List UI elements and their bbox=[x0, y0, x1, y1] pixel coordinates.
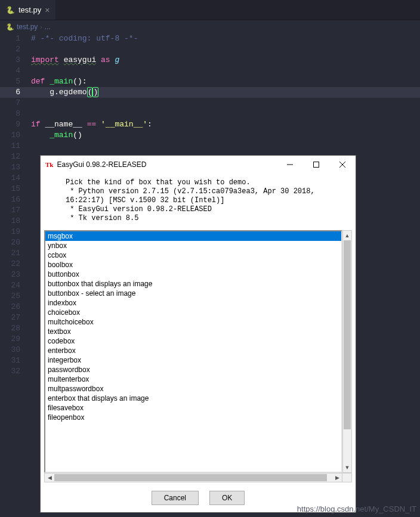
code-line[interactable]: 11 bbox=[0, 141, 420, 151]
dialog-title: EasyGui 0.98.2-RELEASED bbox=[57, 160, 277, 169]
list-item[interactable]: filesavebox bbox=[45, 403, 341, 413]
scroll-right-icon[interactable]: ▶ bbox=[332, 475, 342, 481]
line-number: 12 bbox=[0, 151, 31, 162]
code-line[interactable]: 6 g.egdemo() bbox=[0, 87, 420, 98]
ok-button[interactable]: OK bbox=[209, 491, 245, 505]
line-number: 32 bbox=[0, 366, 31, 377]
code-line[interactable]: 7 bbox=[0, 98, 420, 109]
watermark: https://blog.csdn.net/My_CSDN_IT bbox=[297, 504, 416, 513]
scroll-down-icon[interactable]: ▼ bbox=[343, 463, 351, 472]
line-number: 26 bbox=[0, 302, 31, 312]
line-number: 28 bbox=[0, 323, 31, 334]
tab-filename: test.py bbox=[18, 5, 41, 14]
dialog-titlebar[interactable]: Tk EasyGui 0.98.2-RELEASED bbox=[41, 156, 356, 174]
line-number: 10 bbox=[0, 130, 31, 141]
list-item[interactable]: multpasswordbox bbox=[45, 384, 341, 394]
line-number: 19 bbox=[0, 227, 31, 237]
choice-listbox[interactable]: msgboxynboxccboxboolboxbuttonboxbuttonbo… bbox=[44, 230, 342, 473]
line-number: 14 bbox=[0, 173, 31, 184]
scroll-left-icon[interactable]: ◀ bbox=[45, 475, 54, 481]
code-line[interactable]: 10 _main() bbox=[0, 130, 420, 141]
line-number: 29 bbox=[0, 334, 31, 345]
code-line[interactable]: 9if __name__ == '__main__': bbox=[0, 119, 420, 130]
list-item[interactable]: integerbox bbox=[45, 355, 341, 365]
code-line[interactable]: 5def _main(): bbox=[0, 76, 420, 87]
list-item[interactable]: fileopenbox bbox=[45, 413, 341, 422]
line-number: 11 bbox=[0, 141, 31, 151]
line-number: 9 bbox=[0, 119, 31, 130]
list-item[interactable]: ynbox bbox=[45, 241, 341, 250]
list-item[interactable]: passwordbox bbox=[45, 365, 341, 374]
easygui-dialog: Tk EasyGui 0.98.2-RELEASED Pick the kind… bbox=[40, 155, 356, 513]
code-line[interactable]: 3import easygui as g bbox=[0, 55, 420, 66]
list-item[interactable]: enterbox bbox=[45, 346, 341, 355]
minimize-button[interactable] bbox=[277, 156, 303, 174]
line-number: 16 bbox=[0, 194, 31, 205]
line-number: 22 bbox=[0, 259, 31, 270]
tab-bar: 🐍 test.py × bbox=[0, 0, 420, 20]
breadcrumb-more[interactable]: ... bbox=[45, 23, 51, 31]
code-line[interactable]: 2 bbox=[0, 44, 420, 55]
scroll-up-icon[interactable]: ▲ bbox=[343, 231, 351, 240]
list-item[interactable]: ccbox bbox=[45, 250, 341, 260]
line-number: 27 bbox=[0, 312, 31, 323]
line-number: 24 bbox=[0, 280, 31, 291]
python-icon: 🐍 bbox=[6, 23, 14, 31]
python-icon: 🐍 bbox=[6, 6, 15, 14]
line-number: 2 bbox=[0, 44, 31, 55]
code-line[interactable]: 8 bbox=[0, 109, 420, 119]
line-number: 7 bbox=[0, 98, 31, 109]
scroll-thumb[interactable] bbox=[344, 240, 351, 429]
list-item[interactable]: buttonbox that displays an image bbox=[45, 279, 341, 289]
line-number: 5 bbox=[0, 76, 31, 87]
list-item[interactable]: buttonbox - select an image bbox=[45, 289, 341, 298]
list-item[interactable]: choicebox bbox=[45, 308, 341, 317]
list-item[interactable]: msgbox bbox=[45, 231, 341, 241]
line-number: 21 bbox=[0, 248, 31, 259]
list-item[interactable]: enterbox that displays an image bbox=[45, 394, 341, 403]
line-number: 31 bbox=[0, 355, 31, 366]
line-number: 4 bbox=[0, 66, 31, 76]
line-number: 25 bbox=[0, 291, 31, 302]
hscroll-thumb[interactable] bbox=[54, 474, 327, 481]
line-number: 6 bbox=[0, 87, 31, 98]
chevron-right-icon: › bbox=[40, 24, 42, 30]
list-item[interactable]: indexbox bbox=[45, 298, 341, 308]
line-number: 15 bbox=[0, 184, 31, 194]
list-item[interactable]: textbox bbox=[45, 327, 341, 336]
maximize-button[interactable] bbox=[303, 156, 329, 174]
line-number: 18 bbox=[0, 216, 31, 227]
list-item[interactable]: codebox bbox=[45, 336, 341, 346]
code-line[interactable]: 4 bbox=[0, 66, 420, 76]
horizontal-scrollbar[interactable]: ◀ ▶ bbox=[44, 473, 342, 482]
list-item[interactable]: buttonbox bbox=[45, 270, 341, 279]
list-item[interactable]: multenterbox bbox=[45, 374, 341, 384]
file-tab[interactable]: 🐍 test.py × bbox=[0, 0, 55, 20]
svg-rect-1 bbox=[314, 162, 319, 168]
close-icon[interactable]: × bbox=[45, 5, 50, 15]
code-line[interactable]: 1# -*- coding: utf-8 -*- bbox=[0, 33, 420, 44]
line-number: 23 bbox=[0, 270, 31, 280]
dialog-message: Pick the kind of box that you wish to de… bbox=[41, 174, 356, 230]
cancel-button[interactable]: Cancel bbox=[152, 491, 199, 505]
close-button[interactable] bbox=[329, 156, 356, 174]
line-number: 17 bbox=[0, 205, 31, 216]
line-number: 8 bbox=[0, 109, 31, 119]
line-number: 20 bbox=[0, 237, 31, 248]
line-number: 3 bbox=[0, 55, 31, 66]
list-item[interactable]: multchoicebox bbox=[45, 317, 341, 327]
line-number: 30 bbox=[0, 345, 31, 355]
breadcrumb-file[interactable]: test.py bbox=[17, 23, 38, 31]
vertical-scrollbar[interactable]: ▲ ▼ bbox=[342, 230, 352, 473]
list-item[interactable]: boolbox bbox=[45, 260, 341, 270]
line-number: 13 bbox=[0, 162, 31, 173]
tk-icon: Tk bbox=[45, 161, 53, 168]
line-number: 1 bbox=[0, 33, 31, 44]
breadcrumb: 🐍 test.py › ... bbox=[0, 20, 420, 33]
